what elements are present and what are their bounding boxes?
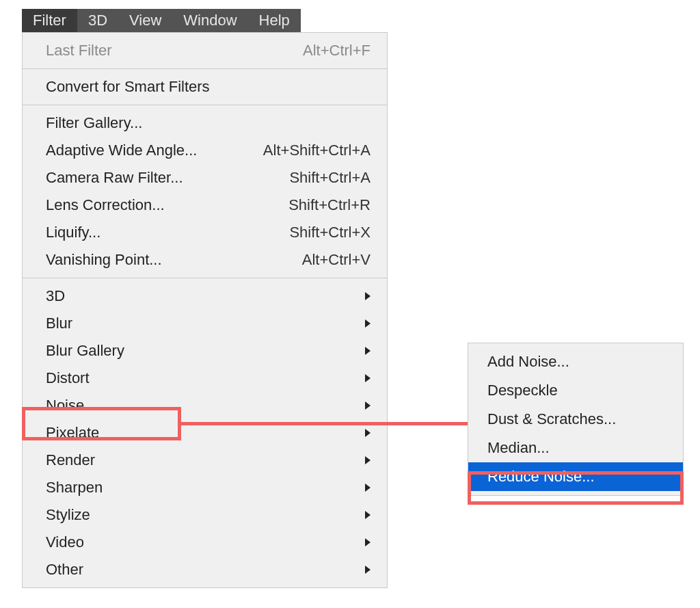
menu-item-lens-correction[interactable]: Lens Correction... Shift+Ctrl+R [23,191,387,219]
submenu-item-reduce-noise[interactable]: Reduce Noise... [468,462,683,491]
dropdown-section-categories: 3D Blur Blur Gallery Distort Noise Pixel… [23,278,387,587]
menu-item-label: Sharpen [46,479,103,497]
menu-item-distort[interactable]: Distort [23,365,387,392]
menu-item-shortcut: Alt+Ctrl+V [302,251,371,269]
menu-item-noise[interactable]: Noise [23,392,387,419]
menubar: Filter 3D View Window Help [22,9,301,32]
menu-item-label: Camera Raw Filter... [46,169,183,187]
menu-item-3d[interactable]: 3D [23,282,387,310]
menu-item-stylize[interactable]: Stylize [23,501,387,529]
submenu-item-dust-scratches[interactable]: Dust & Scratches... [468,405,683,434]
submenu-arrow-icon [365,511,371,519]
noise-submenu: Add Noise... Despeckle Dust & Scratches.… [468,343,684,496]
menu-item-pixelate[interactable]: Pixelate [23,419,387,447]
menu-item-filter-gallery[interactable]: Filter Gallery... [23,109,387,137]
menu-item-video[interactable]: Video [23,529,387,556]
submenu-arrow-icon [365,319,371,328]
menubar-item-label: View [129,12,161,29]
menu-item-shortcut: Shift+Ctrl+R [288,196,371,214]
menubar-item-filter[interactable]: Filter [22,9,77,32]
menubar-item-label: Help [259,12,290,29]
menubar-item-label: Window [183,12,237,29]
submenu-arrow-icon [365,292,371,300]
menubar-item-help[interactable]: Help [248,9,301,32]
menu-item-label: 3D [46,287,65,305]
menu-item-label: Distort [46,369,90,387]
submenu-arrow-icon [365,484,371,492]
submenu-arrow-icon [365,456,371,464]
menu-item-label: Last Filter [46,42,112,60]
submenu-item-label: Reduce Noise... [487,468,595,486]
menu-item-label: Adaptive Wide Angle... [46,142,197,159]
menu-item-label: Vanishing Point... [46,251,162,269]
submenu-item-median[interactable]: Median... [468,434,683,462]
filter-dropdown: Last Filter Alt+Ctrl+F Convert for Smart… [22,32,388,588]
menu-item-blur[interactable]: Blur [23,310,387,337]
menu-item-camera-raw-filter[interactable]: Camera Raw Filter... Shift+Ctrl+A [23,164,387,191]
menu-item-label: Other [46,561,83,579]
menu-item-label: Filter Gallery... [46,114,142,132]
menu-item-label: Render [46,451,95,469]
submenu-item-add-noise[interactable]: Add Noise... [468,347,683,376]
submenu-item-despeckle[interactable]: Despeckle [468,376,683,405]
submenu-arrow-icon [365,566,371,574]
menubar-item-view[interactable]: View [118,9,172,32]
dropdown-section-smart: Convert for Smart Filters [23,69,387,105]
menu-item-adaptive-wide-angle[interactable]: Adaptive Wide Angle... Alt+Shift+Ctrl+A [23,137,387,164]
menu-item-label: Liquify... [46,224,100,241]
submenu-item-label: Despeckle [487,382,558,399]
menu-item-shortcut: Shift+Ctrl+A [289,169,371,187]
submenu-arrow-icon [365,401,371,410]
menu-item-shortcut: Alt+Shift+Ctrl+A [263,142,371,159]
menu-item-label: Blur Gallery [46,342,124,360]
menu-item-label: Stylize [46,506,90,524]
menubar-item-window[interactable]: Window [172,9,247,32]
menubar-item-label: 3D [88,12,107,29]
menubar-item-3d[interactable]: 3D [77,9,118,32]
submenu-item-label: Add Noise... [487,353,569,371]
submenu-item-label: Median... [487,439,550,457]
submenu-item-label: Dust & Scratches... [487,410,616,428]
dropdown-section-recent: Last Filter Alt+Ctrl+F [23,33,387,68]
menu-item-vanishing-point[interactable]: Vanishing Point... Alt+Ctrl+V [23,246,387,274]
submenu-arrow-icon [365,374,371,382]
submenu-arrow-icon [365,347,371,355]
menu-item-liquify[interactable]: Liquify... Shift+Ctrl+X [23,219,387,246]
menu-item-label: Convert for Smart Filters [46,78,210,96]
menu-item-blur-gallery[interactable]: Blur Gallery [23,337,387,365]
menu-item-label: Video [46,533,84,551]
menu-item-shortcut: Shift+Ctrl+X [289,224,371,241]
submenu-arrow-icon [365,538,371,546]
menubar-item-label: Filter [33,12,66,29]
submenu-arrow-icon [365,429,371,437]
menu-item-other[interactable]: Other [23,556,387,583]
menu-item-render[interactable]: Render [23,447,387,474]
menu-item-shortcut: Alt+Ctrl+F [303,42,371,60]
menu-item-convert-smart-filters[interactable]: Convert for Smart Filters [23,73,387,101]
menu-item-label: Pixelate [46,424,99,442]
menu-item-label: Blur [46,315,72,332]
menu-item-last-filter: Last Filter Alt+Ctrl+F [23,37,387,64]
dropdown-section-filters: Filter Gallery... Adaptive Wide Angle...… [23,105,387,278]
menu-item-sharpen[interactable]: Sharpen [23,474,387,501]
menu-item-label: Lens Correction... [46,196,165,214]
menu-item-label: Noise [46,397,84,414]
